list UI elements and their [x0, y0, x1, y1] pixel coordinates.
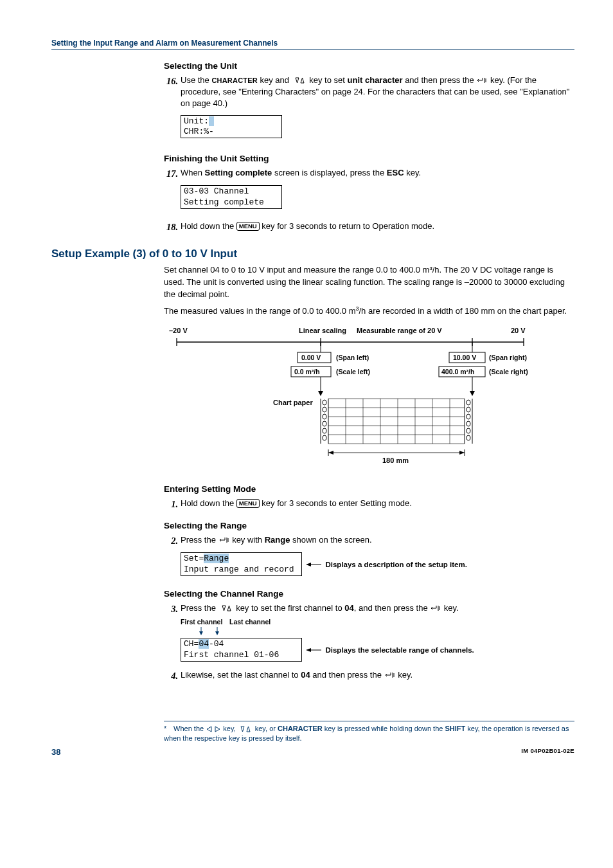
svg-marker-50 [459, 451, 465, 455]
enter-key-icon [384, 671, 396, 679]
esc-key-label: ESC [387, 168, 404, 177]
text: key with [230, 535, 265, 545]
footnote: * When the key, key, or CHARACTER key is… [164, 721, 574, 743]
setup-example-body: Set channel 04 to 0 to 10 V input and me… [164, 264, 574, 474]
scale-right-value: 400.0 m³/h [441, 368, 474, 375]
step-body: Hold down the MENU key for 3 seconds to … [181, 498, 574, 511]
text: When [181, 168, 205, 177]
step-body: Use the CHARACTER key and key to set uni… [181, 75, 574, 110]
lcd-text: Input range and record [184, 565, 294, 574]
svg-point-24 [323, 421, 326, 426]
heading-finishing-unit: Finishing the Unit Setting [164, 154, 574, 163]
text: key, or [253, 725, 278, 732]
svg-marker-62 [215, 727, 220, 732]
svg-marker-52 [306, 563, 311, 566]
lcd-with-callout: Set=Range Input range and record Display… [181, 550, 574, 579]
chart-paper-icon [321, 399, 472, 444]
scale-left-label: (Scale left) [336, 368, 370, 375]
paragraph: The measured values in the range of 0.0 … [164, 305, 574, 318]
shift-key-label: SHIFT [445, 725, 465, 732]
scaling-diagram-svg: –20 V Linear scaling Measurable range of… [164, 324, 537, 472]
step-number: 2. [164, 534, 178, 547]
text: key for 3 seconds to return to Operation… [260, 221, 434, 231]
pos20v-label: 20 V [511, 327, 526, 334]
svg-point-22 [323, 407, 326, 412]
width-label: 180 mm [382, 457, 409, 464]
channel-pointer-block: First channel Last channel [181, 618, 574, 638]
neg20v-label: –20 V [169, 327, 188, 334]
svg-marker-58 [215, 631, 219, 635]
heading-selecting-range: Selecting the Range [164, 521, 574, 530]
text: Hold down the [181, 221, 236, 231]
step-number: 18. [164, 221, 178, 233]
svg-marker-64 [247, 727, 250, 732]
lcd-text: CHR:%- [184, 127, 214, 136]
lcd-cursor [209, 116, 214, 126]
text: key is pressed while holding down the [323, 725, 445, 732]
lcd-with-callout: CH=04-04 First channel 01-06 Displays th… [181, 638, 574, 662]
section-finishing-unit: Finishing the Unit Setting 17. When Sett… [164, 154, 574, 233]
step-number: 16. [164, 75, 178, 110]
svg-point-30 [466, 421, 470, 426]
lcd-highlight: 04 [199, 639, 209, 649]
linear-scaling-label: Linear scaling [299, 327, 346, 334]
svg-marker-61 [207, 727, 211, 732]
step-body: Press the key to set the first channel t… [181, 602, 574, 615]
menu-key-icon: MENU [236, 222, 260, 231]
text: key. [404, 168, 422, 177]
document-code: IM 04P02B01-02E [521, 747, 574, 757]
measurable-range-label: Measurable range of 20 V [357, 327, 442, 334]
enter-key-icon [430, 604, 441, 612]
svg-marker-54 [227, 606, 231, 611]
lcd-display: 03-03 Channel Setting complete [181, 185, 282, 209]
lcd-display: Set=Range Input range and record [181, 552, 302, 576]
text: The measured values in the range of 0.0 … [164, 306, 355, 316]
text: shown on the screen. [290, 535, 371, 545]
svg-marker-56 [199, 631, 203, 635]
section-selecting-unit: Selecting the Unit 16. Use the CHARACTER… [164, 61, 574, 143]
svg-marker-0 [296, 78, 299, 83]
text: When the [173, 725, 206, 732]
text-bold: Setting complete [205, 168, 272, 177]
svg-marker-16 [470, 391, 475, 396]
running-header: Setting the Input Range and Alarm on Mea… [51, 39, 574, 50]
down-up-arrow-icon [218, 604, 234, 612]
menu-key-icon: MENU [236, 499, 260, 508]
heading-selecting-unit: Selecting the Unit [164, 61, 574, 71]
heading-setup-example-3: Setup Example (3) of 0 to 10 V Input [51, 248, 574, 260]
svg-marker-53 [222, 606, 226, 611]
step-body: Hold down the MENU key for 3 seconds to … [181, 221, 574, 233]
last-channel-label: Last channel [229, 618, 271, 626]
step-number: 17. [164, 167, 178, 180]
step-4: 4. Likewise, set the last channel to 04 … [164, 669, 574, 682]
lcd-text: CH= [184, 639, 199, 649]
text: Likewise, set the last channel to [181, 670, 301, 680]
text: key, [221, 725, 237, 732]
svg-marker-60 [306, 648, 311, 652]
character-key-label: CHARACTER [278, 725, 323, 732]
svg-point-28 [466, 407, 470, 412]
text: and then press the [310, 670, 384, 680]
lcd-display: Unit: CHR:%- [181, 115, 282, 139]
character-key-label: CHARACTER [211, 77, 257, 84]
lcd-text: -04 [209, 639, 224, 649]
svg-marker-1 [301, 78, 304, 83]
text-bold: Range [265, 535, 290, 545]
step-body: When Setting complete screen is displaye… [181, 167, 574, 180]
svg-marker-13 [318, 391, 323, 396]
left-right-arrow-icon [206, 726, 221, 732]
page-number: 38 [51, 747, 60, 757]
text: key for 3 seconds to enter Setting mode. [260, 498, 412, 508]
svg-point-26 [323, 435, 326, 440]
step-number: 1. [164, 498, 178, 511]
arrow-left-icon [306, 561, 321, 568]
text-bold: 04 [344, 603, 353, 613]
footnote-block: * When the key, key, or CHARACTER key is… [164, 721, 574, 743]
text: , and then press the [354, 603, 431, 613]
text: key. [441, 603, 459, 613]
pointer-arrows-icon [181, 627, 277, 636]
svg-point-27 [466, 400, 470, 405]
text: key and [258, 75, 292, 85]
step-17: 17. When Setting complete screen is disp… [164, 167, 574, 180]
span-left-value: 0.00 V [301, 354, 321, 361]
